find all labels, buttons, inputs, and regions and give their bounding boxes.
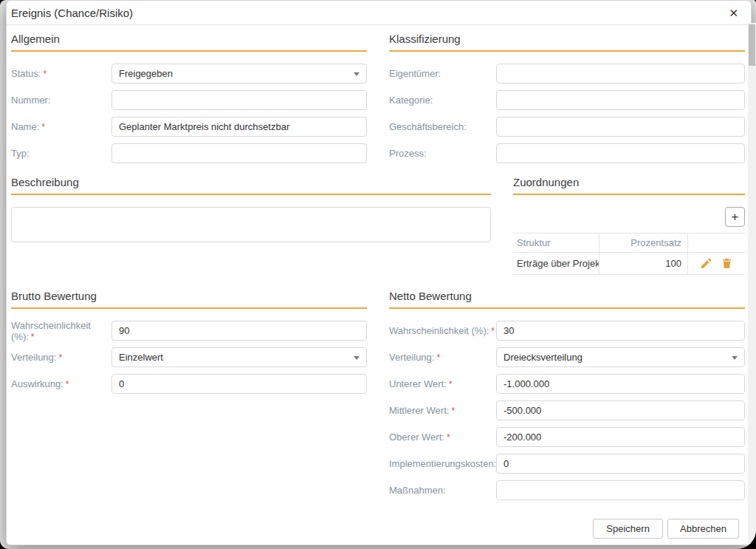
dialog-content: Allgemein Status:* Freigegeben Nummer: (7, 26, 751, 545)
cell-struktur: Erträge über Projek... (513, 253, 599, 274)
kategorie-label: Kategorie: (389, 95, 496, 106)
ereignis-dialog: Ereignis (Chance/Risiko) ✕ Allgemein Sta… (6, 0, 752, 545)
field-row-auswirkung: Auswirkung:* (11, 374, 367, 394)
nummer-label: Nummer: (11, 95, 111, 106)
unterer-wert-input[interactable] (496, 374, 745, 394)
column-header-struktur: Struktur (513, 233, 599, 252)
field-row-massnahmen: Maßnahmen: (389, 480, 745, 500)
chevron-down-icon (732, 356, 738, 360)
section-title-klassifizierung: Klassifizierung (389, 33, 745, 52)
section-allgemein: Allgemein Status:* Freigegeben Nummer: (11, 33, 367, 170)
vertical-scrollbar[interactable] (748, 23, 756, 545)
section-zuordnungen: Zuordnungen + Struktur Prozentsatz Erträ… (513, 176, 745, 275)
cancel-button[interactable]: Abbrechen (667, 519, 739, 539)
field-row-nummer: Nummer: (11, 90, 367, 110)
typ-input[interactable] (111, 143, 367, 163)
field-row-status: Status:* Freigegeben (11, 64, 367, 83)
prozess-input[interactable] (496, 143, 745, 163)
cell-actions (688, 253, 745, 274)
modal-backdrop: Ereignis (Chance/Risiko) ✕ Allgemein Sta… (0, 0, 756, 549)
add-zuordnung-button[interactable]: + (725, 207, 745, 227)
mittlerer-wert-input[interactable] (496, 400, 745, 420)
chevron-down-icon (354, 72, 360, 76)
zuordnungen-table: Struktur Prozentsatz Erträge über Projek… (513, 233, 745, 275)
implementierungskosten-input[interactable] (496, 454, 745, 474)
unterer-wert-label: Unterer Wert:* (389, 378, 496, 389)
field-row-oberer-wert: Oberer Wert:* (389, 427, 745, 447)
scrollbar-thumb[interactable] (749, 24, 755, 66)
field-row-eigentuemer: Eigentümer: (389, 64, 745, 83)
section-netto: Netto Bewertung Wahrscheinlichkeit (%):*… (389, 290, 745, 507)
required-mark: * (436, 352, 440, 363)
oberer-wert-label: Oberer Wert:* (389, 432, 496, 443)
required-mark: * (451, 406, 455, 416)
eigentuemer-input[interactable] (496, 64, 745, 83)
section-title-netto: Netto Bewertung (389, 290, 745, 309)
name-input[interactable] (111, 117, 367, 137)
section-title-allgemein: Allgemein (11, 33, 367, 52)
brutto-verteilung-select-value: Einzelwert (119, 352, 163, 363)
section-beschreibung: Beschreibung (11, 176, 491, 275)
eigentuemer-label: Eigentümer: (389, 68, 496, 79)
mittlerer-wert-label: Mittlerer Wert:* (389, 405, 496, 416)
status-select[interactable]: Freigegeben (111, 64, 367, 83)
implementierungskosten-label: Implementierungskosten:* (389, 458, 496, 469)
chevron-down-icon (354, 356, 360, 360)
auswirkung-input[interactable] (111, 374, 367, 394)
field-row-mittlerer-wert: Mittlerer Wert:* (389, 400, 745, 420)
beschreibung-textarea[interactable] (11, 207, 491, 242)
required-mark: * (449, 379, 453, 389)
kategorie-input[interactable] (496, 90, 745, 110)
geschaeftsbereich-input[interactable] (496, 117, 745, 137)
required-mark: * (447, 432, 450, 443)
nummer-input[interactable] (111, 90, 367, 110)
table-header-row: Struktur Prozentsatz (513, 233, 745, 253)
geschaeftsbereich-label: Geschäftsbereich: (389, 121, 496, 132)
section-title-zuordnungen: Zuordnungen (513, 176, 745, 195)
name-label: Name:* (11, 121, 111, 132)
close-icon[interactable]: ✕ (724, 6, 743, 20)
required-mark: * (66, 379, 69, 389)
band-general: Allgemein Status:* Freigegeben Nummer: (11, 33, 745, 170)
field-row-name: Name:* (11, 117, 367, 137)
field-row-brutto-wahrscheinlichkeit: Wahrscheinlichkeit (%):* (11, 321, 367, 341)
field-row-netto-wahrscheinlichkeit: Wahrscheinlichkeit (%):* (389, 321, 745, 341)
section-klassifizierung: Klassifizierung Eigentümer: Kategorie: G… (389, 33, 745, 170)
brutto-wahrscheinlichkeit-input[interactable] (111, 321, 367, 341)
column-header-prozentsatz: Prozentsatz (599, 233, 688, 252)
prozess-label: Prozess: (389, 148, 496, 159)
brutto-wahrscheinlichkeit-label: Wahrscheinlichkeit (%):* (11, 320, 111, 342)
required-mark: * (31, 332, 35, 342)
status-select-value: Freigegeben (119, 68, 173, 79)
massnahmen-input[interactable] (496, 480, 745, 500)
brutto-verteilung-select[interactable]: Einzelwert (111, 347, 367, 367)
field-row-implementierungskosten: Implementierungskosten:* (389, 454, 745, 474)
field-row-prozess: Prozess: (389, 143, 745, 163)
dialog-titlebar: Ereignis (Chance/Risiko) ✕ (7, 1, 751, 25)
required-mark: * (43, 69, 47, 79)
edit-pencil-icon[interactable] (701, 258, 712, 269)
netto-wahrscheinlichkeit-input[interactable] (496, 321, 745, 341)
auswirkung-label: Auswirkung:* (11, 378, 111, 389)
section-brutto: Brutto Bewertung Wahrscheinlichkeit (%):… (11, 290, 367, 507)
section-title-beschreibung: Beschreibung (11, 176, 491, 195)
field-row-brutto-verteilung: Verteilung:* Einzelwert (11, 347, 367, 367)
page-title: Ereignis (Chance/Risiko) (11, 7, 724, 19)
netto-wahrscheinlichkeit-label: Wahrscheinlichkeit (%):* (389, 325, 496, 336)
field-row-unterer-wert: Unterer Wert:* (389, 374, 745, 394)
column-header-actions (688, 233, 745, 252)
typ-label: Typ: (11, 148, 111, 159)
massnahmen-label: Maßnahmen: (389, 485, 496, 496)
save-button[interactable]: Speichern (593, 519, 663, 539)
field-row-kategorie: Kategorie: (389, 90, 745, 110)
band-description: Beschreibung Zuordnungen + Struktur Proz… (11, 176, 745, 275)
netto-verteilung-select[interactable]: Dreiecksverteilung (496, 347, 745, 367)
oberer-wert-input[interactable] (496, 427, 745, 447)
required-mark: * (491, 326, 495, 336)
field-row-typ: Typ: (11, 143, 367, 163)
dialog-footer: Speichern Abbrechen (593, 519, 739, 539)
cell-prozentsatz: 100 (599, 253, 688, 274)
delete-trash-icon[interactable] (721, 258, 732, 269)
status-label: Status:* (11, 68, 111, 79)
required-mark: * (41, 122, 45, 132)
